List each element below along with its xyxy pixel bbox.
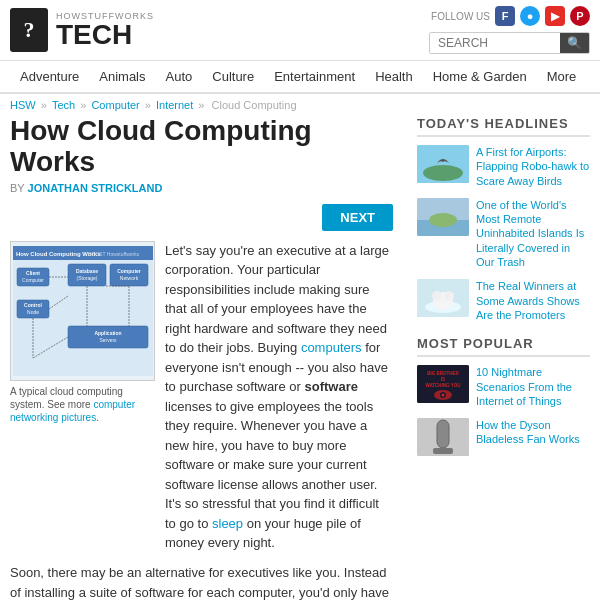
header: ? HOWSTUFFWORKS TECH FOLLOW US f ● ▶ P 🔍	[0, 0, 600, 61]
svg-point-27	[423, 165, 463, 181]
headline-text-island[interactable]: One of the World's Most Remote Uninhabit…	[476, 198, 590, 269]
svg-text:Servers: Servers	[99, 337, 117, 343]
svg-text:Computer: Computer	[117, 268, 141, 274]
svg-text:Control: Control	[24, 302, 42, 308]
cloud-diagram: How Cloud Computing Works BOOST Howstuff…	[10, 241, 155, 381]
sleep-link[interactable]: sleep	[212, 516, 243, 531]
svg-text:(Storage): (Storage)	[76, 275, 97, 281]
content-wrapper: How Cloud Computing Works BY JONATHAN ST…	[0, 116, 600, 600]
svg-point-42	[442, 394, 445, 397]
search-bar: 🔍	[429, 32, 590, 54]
follow-us-label: FOLLOW US	[431, 11, 490, 22]
header-right: FOLLOW US f ● ▶ P 🔍	[429, 6, 590, 54]
page-wrapper: ? HOWSTUFFWORKS TECH FOLLOW US f ● ▶ P 🔍…	[0, 0, 600, 600]
article-continuation: Soon, there may be an alternative for ex…	[10, 563, 393, 600]
svg-point-35	[444, 291, 454, 301]
byline-prefix: BY	[10, 182, 24, 194]
bc-computer[interactable]: Computer	[91, 99, 139, 111]
bc-sep4: »	[198, 99, 207, 111]
svg-text:IS: IS	[441, 377, 445, 382]
bc-sep1: »	[41, 99, 50, 111]
nav-entertainment[interactable]: Entertainment	[264, 61, 365, 92]
follow-us: FOLLOW US f ● ▶ P	[431, 6, 590, 26]
main-nav: Adventure Animals Auto Culture Entertain…	[0, 61, 600, 94]
search-input[interactable]	[430, 33, 560, 53]
image-caption: A typical cloud computing system. See mo…	[10, 385, 155, 424]
text-part1: Let's say you're an executive at a large…	[165, 243, 389, 356]
svg-point-30	[429, 213, 457, 227]
next-button[interactable]: NEXT	[322, 204, 393, 231]
logo-icon: ?	[10, 8, 48, 52]
svg-text:BOOST Howstuffworks: BOOST Howstuffworks	[88, 251, 140, 257]
headline-thumb-bird	[417, 145, 469, 183]
youtube-icon[interactable]: ▶	[545, 6, 565, 26]
svg-text:Database: Database	[75, 268, 97, 274]
continuation-text: Soon, there may be an alternative for ex…	[10, 563, 393, 600]
nav-home-garden[interactable]: Home & Garden	[423, 61, 537, 92]
bc-internet[interactable]: Internet	[156, 99, 193, 111]
byline: BY JONATHAN STRICKLAND	[10, 182, 393, 194]
headline-item: A First for Airports: Flapping Robo-hawk…	[417, 145, 590, 188]
svg-rect-44	[437, 420, 449, 448]
text-part3: licenses	[165, 399, 212, 414]
left-column: How Cloud Computing Works BY JONATHAN ST…	[10, 116, 393, 600]
svg-text:Computer: Computer	[22, 277, 44, 283]
nav-animals[interactable]: Animals	[89, 61, 155, 92]
headline-text-awards[interactable]: The Real Winners at Some Awards Shows Ar…	[476, 279, 590, 322]
next-button-wrapper: NEXT	[10, 204, 393, 231]
svg-point-34	[432, 291, 442, 301]
software-bold: software	[304, 379, 357, 394]
svg-text:BIG BROTHER: BIG BROTHER	[427, 371, 459, 376]
text-part4: to give employees the tools they require…	[165, 399, 379, 531]
page-title: How Cloud Computing Works	[10, 116, 393, 178]
svg-text:Client: Client	[26, 270, 40, 276]
article-body: How Cloud Computing Works BOOST Howstuff…	[10, 241, 393, 553]
bc-current: Cloud Computing	[212, 99, 297, 111]
nav-health[interactable]: Health	[365, 61, 423, 92]
logo-tech: TECH	[56, 21, 154, 49]
headline-thumb-polar	[417, 279, 469, 317]
bc-sep3: »	[145, 99, 154, 111]
computers-link[interactable]: computers	[301, 340, 362, 355]
most-popular: MOST POPULAR BIG BROTHER IS WATCHING YOU	[417, 336, 590, 456]
svg-text:Application: Application	[94, 330, 121, 336]
bc-sep2: »	[80, 99, 89, 111]
popular-item: BIG BROTHER IS WATCHING YOU 10 Nightmare…	[417, 365, 590, 408]
today-headlines-title: TODAY'S HEADLINES	[417, 116, 590, 137]
search-button[interactable]: 🔍	[560, 33, 589, 53]
popular-thumb-bigbro: BIG BROTHER IS WATCHING YOU	[417, 365, 469, 403]
facebook-icon[interactable]: f	[495, 6, 515, 26]
headline-item: One of the World's Most Remote Uninhabit…	[417, 198, 590, 269]
nav-culture[interactable]: Culture	[202, 61, 264, 92]
sidebar: TODAY'S HEADLINES A First for Airports: …	[405, 116, 590, 600]
author-link[interactable]: JONATHAN STRICKLAND	[28, 182, 163, 194]
article-image-section: How Cloud Computing Works BOOST Howstuff…	[10, 241, 155, 553]
today-headlines: TODAY'S HEADLINES A First for Airports: …	[417, 116, 590, 322]
svg-text:Network: Network	[119, 275, 138, 281]
logo-area: ? HOWSTUFFWORKS TECH	[10, 8, 154, 52]
article-text: Let's say you're an executive at a large…	[165, 241, 393, 553]
svg-text:WATCHING YOU: WATCHING YOU	[425, 383, 460, 388]
headline-thumb-island	[417, 198, 469, 236]
bc-tech[interactable]: Tech	[52, 99, 75, 111]
bc-hsw[interactable]: HSW	[10, 99, 36, 111]
svg-text:Node: Node	[27, 309, 39, 315]
twitter-icon[interactable]: ●	[520, 6, 540, 26]
logo-text-area: HOWSTUFFWORKS TECH	[56, 11, 154, 49]
popular-text-dyson[interactable]: How the Dyson Bladeless Fan Works	[476, 418, 590, 447]
nav-more[interactable]: More	[537, 61, 587, 92]
svg-rect-45	[433, 448, 453, 454]
most-popular-title: MOST POPULAR	[417, 336, 590, 357]
nav-adventure[interactable]: Adventure	[10, 61, 89, 92]
popular-text-iot[interactable]: 10 Nightmare Scenarios From the Internet…	[476, 365, 590, 408]
nav-auto[interactable]: Auto	[156, 61, 203, 92]
breadcrumb: HSW » Tech » Computer » Internet » Cloud…	[0, 94, 600, 116]
popular-thumb-dyson	[417, 418, 469, 456]
headline-text-bird[interactable]: A First for Airports: Flapping Robo-hawk…	[476, 145, 590, 188]
popular-item: How the Dyson Bladeless Fan Works	[417, 418, 590, 456]
headline-item: The Real Winners at Some Awards Shows Ar…	[417, 279, 590, 322]
pinterest-icon[interactable]: P	[570, 6, 590, 26]
